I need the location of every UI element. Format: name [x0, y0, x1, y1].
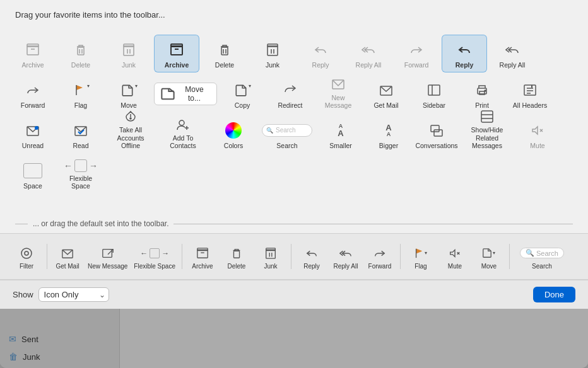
junk-d-icon [264, 245, 277, 262]
tool-archive-bold[interactable]: Archive [154, 35, 199, 72]
tool-label: Archive [165, 61, 189, 69]
colors-icon [225, 122, 242, 139]
delete-d-icon [230, 245, 243, 262]
svg-rect-7 [124, 44, 134, 47]
replyall-d-icon [339, 245, 352, 262]
svg-rect-42 [481, 111, 493, 122]
takeall-icon [124, 110, 138, 124]
tool-label: Mute [448, 263, 462, 270]
tool-label: Reply [456, 61, 474, 69]
tool-label: Reply All [334, 263, 358, 270]
tool-junk[interactable]: Junk [250, 35, 295, 72]
svg-rect-23 [428, 85, 440, 95]
tool-label: Forward [368, 263, 392, 270]
tool-takeall[interactable]: Take All Accounts Offline [120, 115, 155, 153]
copy-icon: ▾ [234, 81, 251, 99]
default-tool-replyall[interactable]: Reply All [329, 241, 362, 272]
tool-replyall-dimmed[interactable]: Reply All [346, 35, 391, 72]
archive-d-icon [196, 245, 209, 262]
forward-d-icon [373, 245, 386, 262]
tool-mute[interactable]: Mute [515, 115, 560, 153]
tool-colors[interactable]: Colors [211, 115, 256, 153]
default-tool-flexspace[interactable]: ←→ Flexible Space [131, 241, 178, 272]
tool-delete[interactable]: Delete [202, 35, 247, 72]
reply-dimmed-icon [314, 41, 327, 59]
tool-allheaders[interactable]: All Headers [507, 75, 553, 113]
tool-reply-dimmed[interactable]: Reply [298, 35, 343, 72]
tool-label: Show/Hide Related Messages [465, 126, 509, 150]
tool-label: Move to... [179, 85, 210, 103]
tool-label: Get Mail [373, 101, 398, 110]
getmail-icon [379, 81, 393, 99]
tool-move[interactable]: ▾ Move [120, 75, 151, 113]
moveto-icon [161, 87, 175, 101]
svg-rect-16 [268, 46, 278, 55]
tool-getmail[interactable]: Get Mail [363, 75, 409, 113]
default-tool-delete[interactable]: Delete [220, 241, 253, 272]
tool-junk-dimmed[interactable]: Junk [120, 35, 151, 72]
default-tool-mute[interactable]: Mute [438, 241, 471, 272]
vsep3 [291, 244, 291, 269]
tool-redirect[interactable]: Redirect [268, 75, 313, 113]
tool-label: Reply All [500, 61, 526, 69]
tool-sidebar[interactable]: Sidebar [411, 75, 457, 113]
tool-reply-bold[interactable]: Reply [442, 35, 487, 72]
tool-bigger[interactable]: A A Bigger [366, 115, 411, 153]
sidebar-icon [427, 81, 441, 99]
tool-label: New Message [120, 263, 127, 270]
tool-label: Junk [266, 61, 279, 69]
tool-label: Conversations [415, 142, 457, 150]
tool-label: Take All Accounts Offline [120, 126, 152, 150]
done-button[interactable]: Done [533, 287, 575, 302]
smaller-icon: A A [338, 122, 343, 139]
vsep5 [509, 244, 510, 269]
tool-label: Sidebar [423, 101, 445, 110]
tool-label: Archive [192, 263, 213, 270]
tool-label: Search [532, 263, 552, 270]
svg-point-36 [130, 118, 131, 119]
tool-label: All Headers [513, 101, 547, 110]
svg-rect-52 [197, 250, 208, 258]
default-tool-reply[interactable]: Reply [295, 241, 328, 272]
tool-smaller[interactable]: A A Smaller [318, 115, 363, 153]
tool-label: Redirect [278, 101, 302, 110]
default-tool-newmessage[interactable]: New Message [120, 241, 130, 272]
tool-newmessage[interactable]: New Message [315, 75, 361, 113]
tool-print[interactable]: Print [459, 75, 505, 113]
svg-rect-10 [171, 46, 182, 55]
tool-forward-dimmed[interactable]: Forward [394, 35, 439, 72]
replyall-icon [505, 41, 519, 59]
tool-moveto[interactable]: Move to... [154, 83, 217, 105]
vsep4 [400, 244, 401, 269]
tool-label: New Message [319, 94, 358, 110]
svg-rect-41 [434, 130, 442, 136]
default-tool-junk[interactable]: Junk [254, 241, 287, 272]
tool-label: Colors [224, 142, 243, 150]
tool-label: Flexible Space [134, 263, 175, 270]
mute-d-icon [449, 245, 461, 262]
tool-label: Print [475, 101, 489, 110]
svg-rect-56 [266, 250, 276, 258]
default-tool-archive[interactable]: Archive [186, 241, 219, 272]
svg-rect-26 [479, 91, 485, 95]
tool-conversations[interactable]: Conversations [414, 115, 459, 153]
default-tool-flag[interactable]: ▾ Flag [404, 241, 437, 272]
svg-point-37 [179, 120, 184, 125]
forward-dimmed-icon [409, 41, 423, 59]
tools-grid: Archive Delete Junk [120, 33, 588, 214]
modal-footer: Show Icon Only Icon and Text Text Only D… [120, 280, 588, 309]
tool-copy[interactable]: ▾ Copy [220, 75, 265, 113]
tool-label: Move [121, 101, 137, 110]
modal-overlay: Drag your favorite items into the toolba… [120, 33, 588, 368]
tool-addcontacts[interactable]: Add To Contacts [158, 115, 208, 153]
svg-rect-13 [221, 47, 228, 55]
tool-showhide[interactable]: Show/Hide Related Messages [462, 115, 512, 153]
tool-label: Add To Contacts [161, 134, 205, 150]
tool-replyall[interactable]: Reply All [490, 35, 535, 72]
tool-search[interactable]: 🔍 Search Search [259, 115, 315, 153]
default-tool-move[interactable]: ▾ Move [473, 241, 505, 272]
move-d-icon: ▾ [482, 245, 495, 262]
default-tool-search[interactable]: 🔍Search Search [514, 241, 570, 272]
search-tool-icon: 🔍 Search [262, 122, 312, 139]
default-tool-forward[interactable]: Forward [363, 241, 396, 272]
